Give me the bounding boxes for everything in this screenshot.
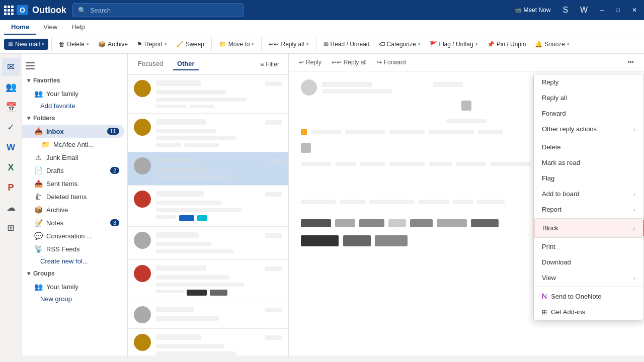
sidebar-icon-people[interactable]: 👥 — [2, 78, 20, 96]
mail-item[interactable] — [128, 186, 288, 227]
reply-button[interactable]: ↩ Reply — [295, 57, 326, 68]
mail-item[interactable] — [128, 329, 288, 355]
categorize-button[interactable]: 🏷 Categorize ▾ — [375, 39, 425, 50]
tab-other[interactable]: Other — [173, 58, 199, 70]
sidebar-item-mcafee[interactable]: 📁 McAfee Anti... — [22, 138, 124, 151]
chevron-right-icon: › — [633, 191, 635, 197]
menu-item-send-onenote[interactable]: N Send to OneNote — [534, 288, 643, 304]
chevron-right-icon: › — [633, 275, 635, 281]
add-favorite-link[interactable]: Add favorite — [22, 100, 127, 112]
groups-header[interactable]: ▾ Groups — [22, 267, 127, 280]
context-menu: Reply Reply all Forward Other reply acti… — [533, 74, 644, 320]
mail-item[interactable] — [128, 301, 288, 329]
app-name: Outlook — [32, 5, 66, 16]
meet-now-button[interactable]: 📹 Meet Now — [511, 6, 553, 15]
menu-item-print[interactable]: Print — [534, 239, 643, 254]
addins-icon: ⊞ — [542, 309, 547, 316]
menu-item-add-board[interactable]: Add to board › — [534, 186, 643, 202]
menu-item-delete[interactable]: Delete — [534, 139, 643, 155]
mail-content — [156, 334, 282, 355]
sidebar-icon-excel[interactable]: X — [2, 158, 20, 176]
mail-item[interactable] — [128, 114, 288, 152]
waffle-icon[interactable] — [4, 6, 14, 15]
menu-item-reply-all[interactable]: Reply all — [534, 90, 643, 106]
close-button[interactable]: ✕ — [629, 6, 640, 15]
new-mail-button[interactable]: ✉ New mail ▾ — [4, 39, 48, 50]
avatar — [134, 232, 151, 249]
read-unread-button[interactable]: ✉ Read / Unread — [319, 39, 374, 50]
account-button[interactable]: W — [577, 5, 591, 16]
sidebar-item-notes[interactable]: 📝 Notes 3 — [22, 216, 124, 229]
sidebar-item-archive[interactable]: 📦 Archive — [22, 203, 124, 216]
pin-button[interactable]: 📌 Pin / Unpin — [483, 39, 530, 50]
archive-icon: 📦 — [34, 206, 42, 214]
title-bar: O Outlook 🔍 📹 Meet Now S W ─ □ ✕ — [0, 0, 644, 20]
favorites-header[interactable]: ▾ Favorites — [22, 74, 127, 87]
skype-button[interactable]: S — [559, 5, 571, 16]
report-button[interactable]: ⚑ Report ▾ — [133, 39, 171, 50]
mail-item[interactable] — [128, 260, 288, 301]
mail-subject — [156, 199, 282, 207]
sidebar-icon-onedrive[interactable]: ☁ — [2, 199, 20, 217]
filter-button[interactable]: ≡ Filter — [257, 59, 282, 69]
tab-help[interactable]: Help — [64, 20, 92, 35]
reply-all-button[interactable]: ↩↩ Reply all ▾ — [265, 39, 312, 50]
chevron-down-icon: ▾ — [87, 42, 89, 47]
onenote-icon: N — [542, 292, 547, 300]
junk-icon: ⚠ — [34, 153, 42, 161]
new-group-link[interactable]: New group — [22, 293, 127, 305]
mail-preview — [156, 350, 282, 355]
tab-focused[interactable]: Focused — [134, 58, 167, 70]
more-button[interactable]: ••• — [623, 57, 638, 68]
menu-item-forward[interactable]: Forward — [534, 106, 643, 121]
sidebar-item-drafts[interactable]: 📄 Drafts 2 — [22, 164, 124, 177]
flag-button[interactable]: 🚩 Flag / Unflag ▾ — [426, 39, 482, 50]
sidebar-item-inbox[interactable]: 📥 Inbox 11 — [22, 125, 124, 138]
sidebar-icon-word[interactable]: W — [2, 138, 20, 156]
forward-button[interactable]: ↪ Forward — [373, 57, 410, 68]
menu-item-report[interactable]: Report › — [534, 202, 643, 217]
sidebar-item-conversation[interactable]: 💬 Conversation ... — [22, 229, 124, 242]
sweep-button[interactable]: 🧹 Sweep — [172, 39, 208, 50]
mail-item[interactable] — [128, 152, 288, 186]
sidebar-icon-calendar[interactable]: 📅 — [2, 98, 20, 116]
sidebar-icon-apps[interactable]: ⊞ — [2, 219, 20, 237]
reply-all-button[interactable]: ↩↩ Reply all — [328, 57, 371, 68]
mail-content — [156, 80, 282, 108]
sidebar-item-junk[interactable]: ⚠ Junk Email — [22, 151, 124, 164]
tab-home[interactable]: Home — [4, 20, 36, 35]
drafts-icon: 📄 — [34, 166, 42, 174]
sidebar-icon-mail[interactable]: ✉ — [2, 58, 20, 76]
archive-icon: 📦 — [98, 41, 106, 48]
sidebar-item-your-family-fav[interactable]: 👥 Your family — [22, 87, 124, 100]
create-folder-link[interactable]: Create new fol... — [22, 255, 127, 267]
mail-item[interactable] — [128, 75, 288, 114]
folders-header[interactable]: ▾ Folders — [22, 112, 127, 125]
sidebar-item-sent[interactable]: 📤 Sent Items — [22, 177, 124, 190]
menu-item-flag[interactable]: Flag — [534, 170, 643, 186]
delete-button[interactable]: 🗑 Delete ▾ — [55, 39, 93, 50]
menu-item-download[interactable]: Download — [534, 254, 643, 270]
archive-button[interactable]: 📦 Archive — [94, 39, 132, 50]
move-to-button[interactable]: 📁 Move to ▾ — [215, 39, 259, 50]
search-input[interactable] — [90, 7, 238, 14]
menu-item-reply[interactable]: Reply — [534, 74, 643, 90]
minimize-button[interactable]: ─ — [597, 6, 607, 15]
menu-item-other-reply[interactable]: Other reply actions › — [534, 121, 643, 137]
sidebar-item-your-family-group[interactable]: 👥 Your family — [22, 280, 124, 293]
search-bar[interactable]: 🔍 — [72, 3, 244, 17]
menu-item-mark-read[interactable]: Mark as read — [534, 155, 643, 170]
menu-item-get-addins[interactable]: ⊞ Get Add-ins — [534, 304, 643, 320]
menu-item-block[interactable]: Block › — [534, 220, 643, 236]
sidebar-item-deleted[interactable]: 🗑 Deleted Items — [22, 190, 124, 203]
mail-item[interactable] — [128, 227, 288, 260]
sidebar-item-rss[interactable]: 📡 RSS Feeds — [22, 242, 124, 255]
snooze-button[interactable]: 🔔 Snooze ▾ — [531, 39, 574, 50]
tab-view[interactable]: View — [36, 20, 64, 35]
menu-item-view[interactable]: View › — [534, 270, 643, 286]
sidebar-icon-powerpoint[interactable]: P — [2, 178, 20, 197]
sidebar-icon-tasks[interactable]: ✓ — [2, 118, 20, 136]
hamburger-menu[interactable] — [22, 58, 38, 74]
maximize-button[interactable]: □ — [613, 6, 623, 15]
forward-icon: ↪ — [377, 59, 382, 66]
